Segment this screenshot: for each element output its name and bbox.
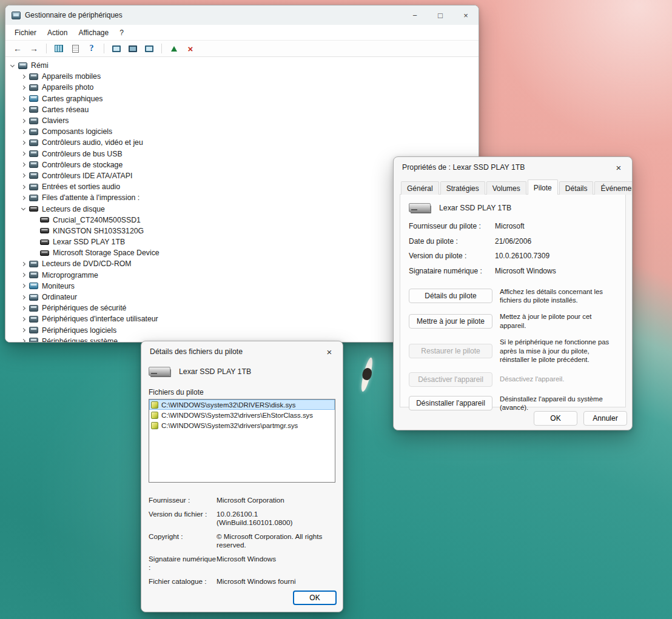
tree-item[interactable]: Contrôleurs audio, vidéo et jeu <box>5 137 479 148</box>
remote-computer-icon[interactable] <box>143 42 155 55</box>
toolbar: ←→?× <box>5 41 479 57</box>
field-value: 10.0.26100.7309 <box>495 252 617 260</box>
chevron-right-icon[interactable] <box>19 152 29 155</box>
chevron-right-icon[interactable] <box>19 75 29 78</box>
back-icon[interactable]: ← <box>12 42 24 55</box>
window-title: Gestionnaire de périphériques <box>21 11 402 19</box>
field-label: Signataire numérique : <box>409 267 495 275</box>
tab-volumes[interactable]: Volumes <box>486 181 526 195</box>
disk-drive-icon <box>40 217 49 223</box>
action-description: Mettez à jour le pilote pour cet apparei… <box>500 312 617 330</box>
chevron-right-icon[interactable] <box>19 296 29 299</box>
chevron-right-icon[interactable] <box>19 273 29 276</box>
tree-item-label: Entrées et sorties audio <box>42 182 120 191</box>
tree-item-label: Lecteurs de DVD/CD-ROM <box>42 259 132 268</box>
close-button[interactable]: × <box>453 5 479 25</box>
game-controller-icon <box>29 139 38 146</box>
chevron-right-icon[interactable] <box>19 174 29 177</box>
désinstaller-l-appareil-button[interactable]: Désinstaller l'appareil <box>409 396 492 410</box>
tree-item-label: Cartes graphiques <box>42 95 102 103</box>
chevron-right-icon[interactable] <box>19 307 29 310</box>
firmware-icon <box>29 272 38 278</box>
driver-actions: Détails du piloteAffichez les détails co… <box>409 287 617 412</box>
ok-button[interactable]: OK <box>293 591 337 605</box>
chevron-right-icon[interactable] <box>19 86 29 89</box>
driver-file-row[interactable]: C:\WINDOWS\system32\DRIVERS\disk.sys <box>149 400 335 410</box>
driver-file-row[interactable]: C:\WINDOWS\System32\drivers\EhStorClass.… <box>149 410 335 420</box>
devices-by-type-icon[interactable] <box>127 42 139 55</box>
field-value: Microsoft Windows <box>495 267 617 275</box>
menu-affichage[interactable]: Affichage <box>73 26 114 39</box>
tree-item[interactable]: Appareils photo <box>5 82 479 93</box>
tab-pilote[interactable]: Pilote <box>528 179 558 195</box>
tab-dtails[interactable]: Détails <box>559 181 594 195</box>
driver-files-titlebar: Détails des fichiers du pilote × <box>141 341 343 362</box>
tab-vnements[interactable]: Événements <box>594 181 633 195</box>
close-icon[interactable]: × <box>605 157 632 178</box>
chevron-down-icon[interactable] <box>8 65 18 67</box>
tree-item-label: Contrôleurs audio, vidéo et jeu <box>42 138 143 147</box>
tree-item[interactable]: Composants logiciels <box>5 126 479 137</box>
chevron-right-icon[interactable] <box>19 97 29 100</box>
mettre-à-jour-le-pilote-button[interactable]: Mettre à jour le pilote <box>409 314 492 329</box>
scan-hardware-icon[interactable] <box>110 42 123 55</box>
files-list-label: Fichiers du pilote <box>149 388 335 396</box>
properties-icon[interactable] <box>69 42 81 55</box>
menu-aide[interactable]: ? <box>114 26 129 39</box>
chevron-right-icon[interactable] <box>19 318 29 321</box>
help-icon[interactable]: ? <box>86 42 98 55</box>
tree-item[interactable]: Cartes réseau <box>5 104 479 115</box>
chevron-right-icon[interactable] <box>19 340 29 343</box>
chevron-right-icon[interactable] <box>19 163 29 166</box>
chevron-down-icon[interactable] <box>19 208 29 210</box>
driver-file-path: C:\WINDOWS\System32\drivers\EhStorClass.… <box>161 412 313 419</box>
chevron-right-icon[interactable] <box>19 108 29 111</box>
field-value: Microsoft <box>495 222 617 230</box>
network-adapter-icon <box>29 106 38 113</box>
menubar: FichierActionAffichage? <box>5 25 479 41</box>
chevron-right-icon[interactable] <box>19 130 29 133</box>
cancel-button[interactable]: Annuler <box>583 411 627 426</box>
driver-files-dialog: Détails des fichiers du pilote × Lexar S… <box>141 341 343 612</box>
ok-button[interactable]: OK <box>534 411 577 426</box>
chevron-right-icon[interactable] <box>19 329 29 332</box>
maximize-button[interactable]: □ <box>428 5 453 25</box>
menu-action[interactable]: Action <box>42 26 73 39</box>
chevron-right-icon[interactable] <box>19 119 29 122</box>
tree-item-label: Contrôleurs de stockage <box>42 161 123 169</box>
tab-stratgies[interactable]: Stratégies <box>440 181 485 195</box>
field-label: Fournisseur : <box>149 496 217 504</box>
menu-fichier[interactable]: Fichier <box>9 26 42 39</box>
close-icon[interactable]: × <box>316 341 343 362</box>
forward-icon[interactable]: → <box>28 42 40 55</box>
chevron-right-icon[interactable] <box>19 263 29 266</box>
tree-item[interactable]: Rémi <box>5 60 479 71</box>
tree-item[interactable]: Claviers <box>5 115 479 126</box>
tab-gnral[interactable]: Général <box>401 181 439 195</box>
field-label: Date du pilote : <box>409 237 495 246</box>
détails-du-pilote-button[interactable]: Détails du pilote <box>409 289 492 303</box>
chevron-right-icon[interactable] <box>19 284 29 287</box>
tree-item-label: Périphériques système <box>42 337 118 343</box>
field-value: Microsoft Windows fourni <box>217 577 335 586</box>
uninstall-device-icon[interactable]: × <box>184 42 197 55</box>
audio-endpoint-icon <box>29 184 38 190</box>
tree-item-label: Moniteurs <box>42 282 75 290</box>
update-driver-icon[interactable] <box>168 42 180 55</box>
field-label: Fournisseur du pilote : <box>409 222 495 230</box>
tree-item[interactable]: Appareils mobiles <box>5 71 479 82</box>
action-description: Désactivez l'appareil. <box>500 375 617 383</box>
console-tree-icon[interactable] <box>53 42 65 55</box>
driver-file-row[interactable]: C:\WINDOWS\System32\drivers\partmgr.sys <box>149 420 335 430</box>
field-value: © Microsoft Corporation. All rights rese… <box>217 532 335 549</box>
driver-files-listbox[interactable]: C:\WINDOWS\system32\DRIVERS\disk.sysC:\W… <box>149 399 335 483</box>
pilote-tab-page: Lexar SSD PLAY 1TB Fournisseur du pilote… <box>400 194 626 407</box>
tree-item-label: Composants logiciels <box>42 127 112 136</box>
tree-item[interactable]: Cartes graphiques <box>5 93 479 104</box>
chevron-right-icon[interactable] <box>19 141 29 144</box>
desktop-wallpaper: Gestionnaire de périphériques −□× Fichie… <box>0 0 672 619</box>
chevron-right-icon[interactable] <box>19 186 29 189</box>
minimize-button[interactable]: − <box>402 5 428 25</box>
security-device-icon <box>29 305 38 312</box>
chevron-right-icon[interactable] <box>19 196 29 199</box>
